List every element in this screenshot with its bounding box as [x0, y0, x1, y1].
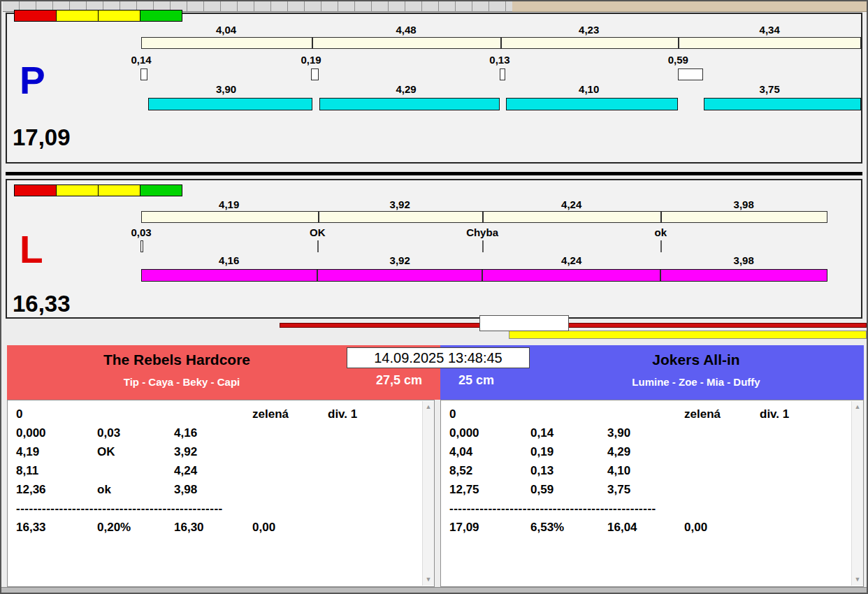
result-cell: 3,75: [607, 483, 630, 497]
result-separator: ----------------------------------------…: [8, 502, 420, 521]
result-cell: 6,53%: [530, 521, 564, 535]
lane-letter: P: [20, 61, 45, 100]
tick-marker: [317, 240, 319, 252]
run-bar-segment: [148, 98, 312, 110]
split-time-bar: [141, 37, 861, 49]
team-members: Tip - Caya - Beky - Capi: [7, 376, 356, 388]
status-light: [14, 10, 57, 22]
result-row: 0,000 0,03 4,16: [8, 426, 420, 445]
result-cell: ----------------------------------------…: [449, 502, 656, 516]
result-cell: 0: [16, 407, 22, 421]
result-cell: 16,04: [607, 521, 637, 535]
result-row-total: 16,33 0,20% 16,30 0,00: [8, 521, 420, 539]
result-cell: 17,09: [449, 521, 479, 535]
split-time-label: 4,23: [558, 24, 621, 36]
bottom-window-edge: [1, 587, 867, 594]
changeover-label: OK: [293, 226, 342, 238]
run-time-label: 3,98: [712, 254, 775, 266]
result-cell: zelená: [684, 407, 721, 421]
bar-divider: [660, 270, 661, 281]
status-light: [140, 184, 182, 196]
result-cell: 4,16: [174, 426, 197, 440]
split-time-label: 4,24: [540, 198, 603, 210]
result-separator: ----------------------------------------…: [441, 502, 849, 521]
bar-divider: [317, 270, 318, 281]
jump-height-label: 25 cm: [458, 373, 494, 388]
scroll-up-icon: ▲: [855, 403, 861, 410]
result-cell: 4,24: [174, 464, 197, 478]
run-bar-segment: [506, 98, 678, 110]
split-time-bar: [141, 211, 827, 223]
changeover-marker: [140, 68, 147, 80]
scroll-down-button[interactable]: ▼: [852, 574, 863, 586]
team-members: Lumine - Zoe - Mia - Duffy: [528, 376, 864, 388]
result-row-total: 17,09 6,53% 16,04 0,00: [441, 521, 849, 539]
result-cell: 0,19: [530, 445, 554, 459]
result-cell: 4,19: [16, 445, 39, 459]
result-cell: 8,11: [16, 464, 38, 478]
red-progress-line: [280, 323, 867, 328]
changeover-label: 0,13: [475, 54, 524, 66]
timing-bars: 4,19 3,92 4,24 3,98 0,03 OK Chyba ok 4,1…: [141, 180, 827, 317]
status-light: [14, 184, 57, 196]
yellow-progress-line: [509, 331, 867, 339]
run-time-bar: [141, 269, 827, 282]
result-cell: 0,000: [449, 426, 479, 440]
status-light: [98, 10, 140, 22]
result-row: 0 zelená div. 1: [441, 407, 849, 426]
changeover-label: 0,03: [117, 226, 166, 238]
scrollbar[interactable]: ▲ ▼: [422, 401, 434, 586]
run-time-label: 3,90: [195, 83, 258, 95]
changeover-marker: [678, 68, 703, 80]
split-time-label: 3,92: [368, 198, 431, 210]
result-cell: 4,10: [607, 464, 630, 478]
tick-marker: [660, 240, 662, 252]
result-row: 12,36 ok 3,98: [8, 483, 420, 502]
result-row: 8,11 4,24: [8, 464, 420, 483]
scroll-down-button[interactable]: ▼: [423, 574, 434, 586]
bar-divider: [312, 38, 313, 48]
scroll-up-button[interactable]: ▲: [423, 401, 434, 413]
split-time-label: 4,48: [375, 24, 437, 36]
result-cell: 3,90: [607, 426, 630, 440]
run-time-label: 4,10: [558, 83, 621, 95]
status-light-strip: [14, 10, 182, 22]
scroll-down-icon: ▼: [855, 576, 861, 583]
run-time-label: 4,29: [375, 83, 437, 95]
team-name: Jokers All-in: [528, 352, 864, 368]
result-cell: 8,52: [449, 464, 472, 478]
result-cell: 0: [449, 407, 456, 421]
result-cell: 12,75: [449, 483, 479, 497]
datetime-display: 14.09.2025 13:48:45: [347, 347, 530, 368]
scroll-up-icon: ▲: [426, 403, 432, 410]
top-window-edge: [512, 1, 867, 12]
result-row: 0,000 0,14 3,90: [441, 426, 849, 445]
result-cell: 0,14: [530, 426, 554, 440]
result-cell: 4,04: [449, 445, 472, 459]
result-cell: OK: [97, 445, 115, 459]
lane-letter: L: [20, 231, 43, 269]
result-cell: ok: [97, 483, 111, 497]
changeover-label: 0,19: [287, 54, 335, 66]
results-list-left[interactable]: 0 zelená div. 1 0,000 0,03 4,16 4,19 OK …: [7, 400, 435, 587]
blank-indicator-box: [479, 315, 569, 331]
app-window: 4,04 4,48 4,23 4,34 0,14 0,19 0,13 0,59 …: [0, 0, 868, 594]
status-light: [98, 184, 140, 196]
run-time-label: 3,75: [738, 83, 801, 95]
lane-total-time: 17,09: [13, 126, 71, 149]
changeover-label: Chyba: [458, 226, 507, 238]
result-cell: 0,13: [530, 464, 554, 478]
result-cell: 3,98: [174, 483, 197, 497]
panel-separator: [6, 172, 862, 175]
result-cell: 16,30: [174, 521, 204, 535]
result-row: 12,75 0,59 3,75: [441, 483, 849, 502]
scroll-up-button[interactable]: ▲: [852, 401, 863, 413]
bar-divider: [678, 38, 679, 48]
results-list-right[interactable]: 0 zelená div. 1 0,000 0,14 3,90 4,04 0,1…: [440, 400, 864, 587]
run-time-label: 3,92: [368, 254, 431, 266]
result-cell: 16,33: [16, 521, 46, 535]
scrollbar[interactable]: ▲ ▼: [851, 401, 863, 586]
scroll-down-icon: ▼: [426, 576, 432, 583]
split-time-label: 4,19: [198, 198, 261, 210]
status-light: [56, 10, 99, 22]
